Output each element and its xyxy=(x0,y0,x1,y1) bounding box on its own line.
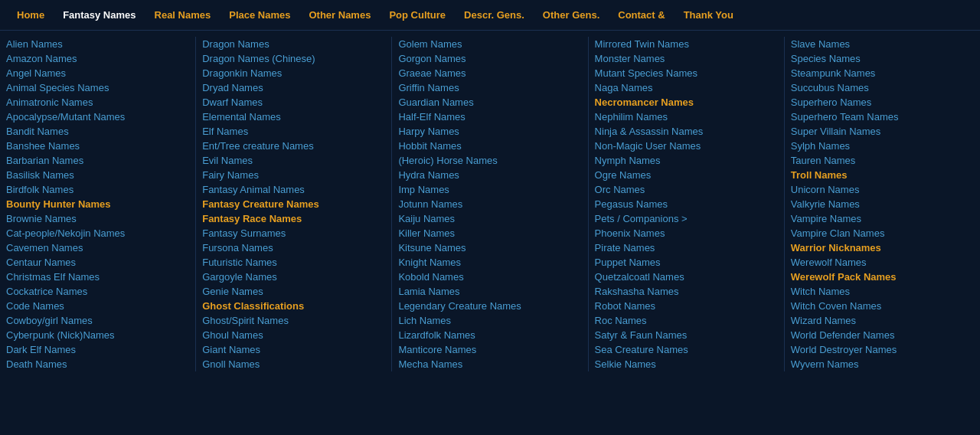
link-ghost-classifications[interactable]: Ghost Classifications xyxy=(202,299,385,313)
link-quetzalcoatl-names[interactable]: Quetzalcoatl Names xyxy=(595,270,778,284)
link-rakshasha-names[interactable]: Rakshasha Names xyxy=(595,284,778,299)
link-ghoul-names[interactable]: Ghoul Names xyxy=(202,328,385,342)
link-gnoll-names[interactable]: Gnoll Names xyxy=(202,357,385,371)
link-naga-names[interactable]: Naga Names xyxy=(595,80,778,95)
link-kitsune-names[interactable]: Kitsune Names xyxy=(398,240,581,255)
link-lamia-names[interactable]: Lamia Names xyxy=(398,284,581,299)
link-birdfolk-names[interactable]: Birdfolk Names xyxy=(6,182,189,197)
link-cockatrice-names[interactable]: Cockatrice Names xyxy=(6,284,189,299)
link-harpy-names[interactable]: Harpy Names xyxy=(398,124,581,139)
link-dragon-names-chinese[interactable]: Dragon Names (Chinese) xyxy=(202,51,385,66)
link-cavemen-names[interactable]: Cavemen Names xyxy=(6,240,189,255)
link-fantasy-race-names[interactable]: Fantasy Race Names xyxy=(202,211,385,226)
link-nymph-names[interactable]: Nymph Names xyxy=(595,153,778,168)
link-ogre-names[interactable]: Ogre Names xyxy=(595,168,778,182)
link-hydra-names[interactable]: Hydra Names xyxy=(398,168,581,182)
link-manticore-names[interactable]: Manticore Names xyxy=(398,342,581,357)
link-alien-names[interactable]: Alien Names xyxy=(6,37,189,51)
nav-item-descr.-gens.[interactable]: Descr. Gens. xyxy=(455,9,534,21)
link-graeae-names[interactable]: Graeae Names xyxy=(398,66,581,80)
link-bandit-names[interactable]: Bandit Names xyxy=(6,124,189,139)
link-wizard-names[interactable]: Wizard Names xyxy=(791,313,974,328)
link-unicorn-names[interactable]: Unicorn Names xyxy=(791,182,974,197)
link-non-magic-user-names[interactable]: Non-Magic User Names xyxy=(595,139,778,153)
link-pets-companions[interactable]: Pets / Companions > xyxy=(595,211,778,226)
link-monster-names[interactable]: Monster Names xyxy=(595,51,778,66)
link-dryad-names[interactable]: Dryad Names xyxy=(202,80,385,95)
link-lich-names[interactable]: Lich Names xyxy=(398,313,581,328)
link-kaiju-names[interactable]: Kaiju Names xyxy=(398,211,581,226)
link-bounty-hunter-names[interactable]: Bounty Hunter Names xyxy=(6,197,189,211)
link--heroic-horse-names[interactable]: (Heroic) Horse Names xyxy=(398,153,581,168)
link-christmas-elf-names[interactable]: Christmas Elf Names xyxy=(6,270,189,284)
link-legendary-creature-names[interactable]: Legendary Creature Names xyxy=(398,299,581,313)
link-barbarian-names[interactable]: Barbarian Names xyxy=(6,153,189,168)
nav-item-fantasy-names[interactable]: Fantasy Names xyxy=(54,9,145,21)
nav-item-home[interactable]: Home xyxy=(8,9,54,21)
link-wyvern-names[interactable]: Wyvern Names xyxy=(791,357,974,371)
link-lizardfolk-names[interactable]: Lizardfolk Names xyxy=(398,328,581,342)
link-fursona-names[interactable]: Fursona Names xyxy=(202,240,385,255)
nav-item-place-names[interactable]: Place Names xyxy=(220,9,299,21)
link-werewolf-names[interactable]: Werewolf Names xyxy=(791,255,974,270)
link-phoenix-names[interactable]: Phoenix Names xyxy=(595,226,778,240)
link-futuristic-names[interactable]: Futuristic Names xyxy=(202,255,385,270)
link-puppet-names[interactable]: Puppet Names xyxy=(595,255,778,270)
link-dark-elf-names[interactable]: Dark Elf Names xyxy=(6,342,189,357)
link-dragon-names[interactable]: Dragon Names xyxy=(202,37,385,51)
link-orc-names[interactable]: Orc Names xyxy=(595,182,778,197)
link-werewolf-pack-names[interactable]: Werewolf Pack Names xyxy=(791,270,974,284)
link-kobold-names[interactable]: Kobold Names xyxy=(398,270,581,284)
link-valkyrie-names[interactable]: Valkyrie Names xyxy=(791,197,974,211)
link-witch-names[interactable]: Witch Names xyxy=(791,284,974,299)
nav-item-real-names[interactable]: Real Names xyxy=(145,9,220,21)
link-half-elf-names[interactable]: Half-Elf Names xyxy=(398,110,581,124)
link-necromancer-names[interactable]: Necromancer Names xyxy=(595,95,778,110)
nav-item-thank-you[interactable]: Thank You xyxy=(675,9,743,21)
link-knight-names[interactable]: Knight Names xyxy=(398,255,581,270)
link-banshee-names[interactable]: Banshee Names xyxy=(6,139,189,153)
link-gorgon-names[interactable]: Gorgon Names xyxy=(398,51,581,66)
link-giant-names[interactable]: Giant Names xyxy=(202,342,385,357)
link-world-defender-names[interactable]: World Defender Names xyxy=(791,328,974,342)
link-dwarf-names[interactable]: Dwarf Names xyxy=(202,95,385,110)
link-superhero-names[interactable]: Superhero Names xyxy=(791,95,974,110)
link-ninja-&-assassin-names[interactable]: Ninja & Assassin Names xyxy=(595,124,778,139)
link-code-names[interactable]: Code Names xyxy=(6,299,189,313)
link-satyr-&-faun-names[interactable]: Satyr & Faun Names xyxy=(595,328,778,342)
link-slave-names[interactable]: Slave Names xyxy=(791,37,974,51)
link-selkie-names[interactable]: Selkie Names xyxy=(595,357,778,371)
link-fantasy-creature-names[interactable]: Fantasy Creature Names xyxy=(202,197,385,211)
link-apocalypse-mutant-names[interactable]: Apocalypse/Mutant Names xyxy=(6,110,189,124)
link-pirate-names[interactable]: Pirate Names xyxy=(595,240,778,255)
link-cowboy-girl-names[interactable]: Cowboy/girl Names xyxy=(6,313,189,328)
link-killer-names[interactable]: Killer Names xyxy=(398,226,581,240)
link-animatronic-names[interactable]: Animatronic Names xyxy=(6,95,189,110)
link-roc-names[interactable]: Roc Names xyxy=(595,313,778,328)
link-super-villain-names[interactable]: Super Villain Names xyxy=(791,124,974,139)
nav-item-other-names[interactable]: Other Names xyxy=(299,9,380,21)
link-nephilim-names[interactable]: Nephilim Names xyxy=(595,110,778,124)
link-cyberpunk-nick-names[interactable]: Cyberpunk (Nick)Names xyxy=(6,328,189,342)
link-world-destroyer-names[interactable]: World Destroyer Names xyxy=(791,342,974,357)
link-griffin-names[interactable]: Griffin Names xyxy=(398,80,581,95)
link-witch-coven-names[interactable]: Witch Coven Names xyxy=(791,299,974,313)
link-golem-names[interactable]: Golem Names xyxy=(398,37,581,51)
link-fantasy-surnames[interactable]: Fantasy Surnames xyxy=(202,226,385,240)
link-troll-names[interactable]: Troll Names xyxy=(791,168,974,182)
link-dragonkin-names[interactable]: Dragonkin Names xyxy=(202,66,385,80)
link-superhero-team-names[interactable]: Superhero Team Names xyxy=(791,110,974,124)
link-gargoyle-names[interactable]: Gargoyle Names xyxy=(202,270,385,284)
link-ent-tree-creature-names[interactable]: Ent/Tree creature Names xyxy=(202,139,385,153)
link-steampunk-names[interactable]: Steampunk Names xyxy=(791,66,974,80)
nav-item-contact-&[interactable]: Contact & xyxy=(609,9,674,21)
link-jotunn-names[interactable]: Jotunn Names xyxy=(398,197,581,211)
link-ghost-spirit-names[interactable]: Ghost/Spirit Names xyxy=(202,313,385,328)
link-amazon-names[interactable]: Amazon Names xyxy=(6,51,189,66)
link-brownie-names[interactable]: Brownie Names xyxy=(6,211,189,226)
link-imp-names[interactable]: Imp Names xyxy=(398,182,581,197)
link-species-names[interactable]: Species Names xyxy=(791,51,974,66)
link-tauren-names[interactable]: Tauren Names xyxy=(791,153,974,168)
link-hobbit-names[interactable]: Hobbit Names xyxy=(398,139,581,153)
link-guardian-names[interactable]: Guardian Names xyxy=(398,95,581,110)
